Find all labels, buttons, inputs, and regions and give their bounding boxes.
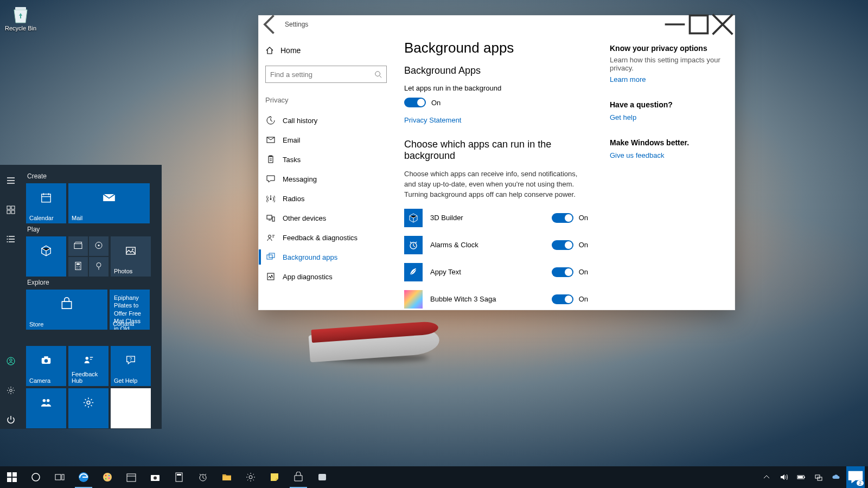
app-toggle-state: On	[579, 241, 588, 249]
back-button[interactable]	[259, 16, 283, 33]
svg-point-33	[375, 72, 380, 76]
taskbar-calendar[interactable]	[119, 466, 143, 488]
tray-network[interactable]	[812, 466, 826, 488]
desktop-icon-recycle-bin[interactable]: Recycle Bin	[3, 3, 38, 31]
gear-icon	[82, 397, 94, 410]
app-toggle[interactable]	[552, 294, 573, 304]
svg-point-20	[79, 268, 80, 269]
tile-people[interactable]	[26, 388, 66, 428]
settings-search[interactable]	[265, 66, 387, 83]
store-icon	[60, 297, 74, 313]
svg-point-31	[87, 401, 90, 404]
start-tiles: Create Calendar Mail Play	[22, 165, 162, 429]
svg-rect-52	[12, 472, 17, 477]
taskbar-app[interactable]	[310, 466, 334, 488]
nav-item-label: Feedback & diagnostics	[283, 234, 358, 242]
nav-item-radios[interactable]: Radios	[265, 189, 387, 208]
app-toggle[interactable]	[552, 267, 573, 277]
titlebar[interactable]: Settings	[259, 16, 735, 33]
app-name: Alarms & Clock	[430, 241, 544, 249]
cortana-button[interactable]	[24, 466, 48, 488]
svg-point-55	[32, 473, 40, 481]
taskbar-calculator[interactable]	[167, 466, 191, 488]
nav-item-email[interactable]: Email	[265, 130, 387, 150]
svg-point-23	[132, 248, 133, 250]
tray-battery[interactable]	[794, 466, 808, 488]
give-feedback-link[interactable]: Give us feedback	[610, 151, 664, 159]
start-power-button[interactable]	[0, 410, 22, 429]
start-settings-button[interactable]	[0, 381, 22, 400]
taskbar: 2	[0, 466, 868, 488]
tile-3d[interactable]	[26, 236, 66, 277]
feedback-icon	[266, 233, 275, 242]
tile-movies[interactable]	[68, 236, 88, 256]
start-all-apps-button[interactable]	[0, 230, 22, 248]
tile-settings[interactable]	[68, 388, 108, 428]
tile-get-help[interactable]: ?Get Help	[111, 346, 151, 386]
svg-point-40	[269, 235, 271, 238]
start-user-button[interactable]	[0, 352, 22, 370]
tray-onedrive[interactable]	[829, 466, 843, 488]
tray-overflow[interactable]	[760, 466, 774, 488]
action-center-button[interactable]: 2	[846, 466, 865, 488]
tile-camera[interactable]: Camera	[26, 346, 66, 386]
calculator-icon	[174, 472, 184, 483]
nav-item-messaging[interactable]: Messaging	[265, 169, 387, 189]
svg-text:?: ?	[130, 357, 132, 362]
tile-mail[interactable]: Mail	[68, 183, 150, 223]
search-input[interactable]	[270, 70, 374, 79]
close-button[interactable]	[711, 16, 735, 33]
app-row: Alarms & ClockOn	[404, 236, 588, 254]
camera-icon	[40, 355, 52, 368]
taskbar-explorer[interactable]	[215, 466, 239, 488]
svg-rect-54	[12, 478, 17, 482]
nav-item-call-history[interactable]: Call history	[265, 111, 387, 130]
call-history-icon	[266, 116, 275, 125]
app-toggle-state: On	[579, 268, 588, 276]
help-icon: ?	[125, 355, 137, 368]
minimize-button[interactable]	[663, 16, 687, 33]
nav-item-background-apps[interactable]: Background apps	[265, 247, 387, 267]
svg-point-5	[7, 236, 8, 237]
taskbar-camera[interactable]	[143, 466, 167, 488]
privacy-statement-link[interactable]: Privacy Statement	[404, 116, 462, 124]
taskbar-store[interactable]	[286, 466, 310, 488]
nav-item-app-diagnostics[interactable]: App diagnostics	[265, 267, 387, 286]
app-toggle[interactable]	[552, 213, 573, 223]
network-icon	[814, 473, 823, 481]
get-help-link[interactable]: Get help	[610, 113, 636, 121]
learn-more-link[interactable]: Learn more	[610, 75, 646, 84]
nav-item-tasks[interactable]: Tasks	[265, 150, 387, 169]
tile-cortana[interactable]: Epiphany Pilates to Offer Free Mat Class…	[110, 290, 150, 330]
svg-rect-74	[798, 476, 803, 478]
nav-item-feedback[interactable]: Feedback & diagnostics	[265, 228, 387, 247]
task-view-button[interactable]	[48, 466, 72, 488]
tile-store[interactable]: Store	[26, 290, 107, 330]
tile-calculator[interactable]	[68, 257, 88, 277]
tile-photos[interactable]: Photos	[111, 236, 151, 277]
tile-calendar[interactable]: Calendar	[26, 183, 66, 223]
taskbar-paint[interactable]	[95, 466, 119, 488]
start-hamburger-button[interactable]	[0, 171, 22, 190]
tasks-icon	[266, 155, 275, 164]
start-button[interactable]	[0, 466, 24, 488]
taskbar-alarms[interactable]	[191, 466, 215, 488]
volume-icon	[780, 473, 788, 481]
nav-home[interactable]: Home	[265, 41, 387, 60]
taskbar-edge[interactable]	[72, 466, 95, 488]
tray-volume[interactable]	[777, 466, 791, 488]
maximize-button[interactable]	[687, 16, 711, 33]
app-diagnostics-icon	[266, 272, 275, 281]
taskbar-settings[interactable]	[239, 466, 263, 488]
app-toggle[interactable]	[552, 240, 573, 250]
master-toggle[interactable]	[404, 98, 426, 107]
nav-item-other-devices[interactable]: Other devices	[265, 208, 387, 228]
taskbar-sticky-notes[interactable]	[263, 466, 286, 488]
tile-feedback-hub[interactable]: Feedback Hub	[68, 346, 108, 386]
start-pinned-button[interactable]	[0, 201, 22, 219]
tile-blank[interactable]	[111, 388, 151, 428]
tile-maps[interactable]	[89, 257, 108, 277]
tile-groove[interactable]	[89, 236, 108, 256]
section2-desc: Choose which apps can receive info, send…	[404, 169, 588, 200]
svg-point-62	[105, 478, 107, 480]
